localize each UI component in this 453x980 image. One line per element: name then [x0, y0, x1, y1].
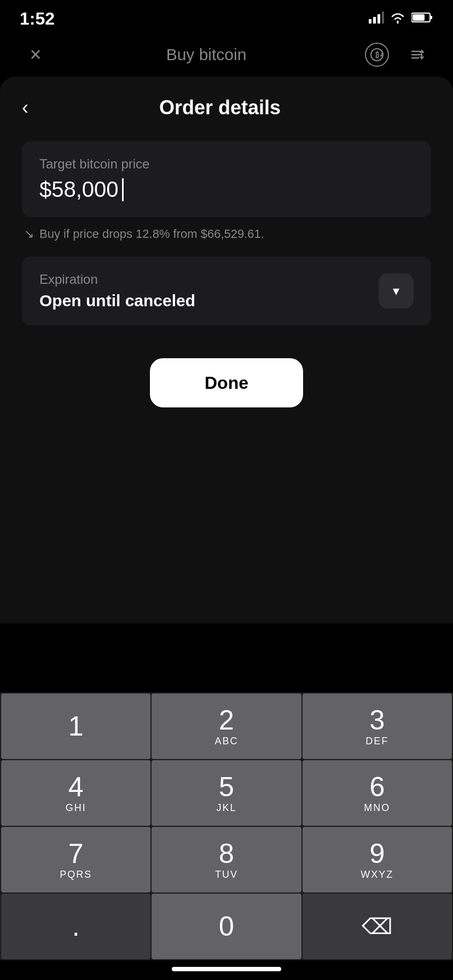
filter-icon[interactable] [404, 41, 431, 68]
nav-bar: × Buy bitcoin ₿ [0, 33, 453, 77]
key-2[interactable]: 2 ABC [152, 693, 301, 759]
status-bar: 1:52 [0, 0, 453, 33]
nav-right-icons: ₿ [363, 41, 431, 68]
key-1[interactable]: 1 [1, 693, 150, 759]
delete-icon: ⌫ [362, 914, 393, 939]
key-7[interactable]: 7 PQRS [1, 827, 150, 892]
home-bar [172, 967, 281, 971]
status-icons [369, 11, 433, 26]
expiration-value: Open until canceled [39, 291, 195, 310]
target-price-card: Target bitcoin price $58,000 [22, 141, 431, 217]
key-delete[interactable]: ⌫ [303, 894, 452, 959]
main-content: ‹ Order details Target bitcoin price $58… [0, 77, 453, 623]
svg-rect-1 [373, 17, 376, 24]
svg-rect-3 [382, 11, 384, 24]
svg-rect-2 [378, 14, 380, 24]
back-button[interactable]: ‹ [22, 98, 28, 118]
svg-rect-6 [413, 14, 425, 21]
expiration-label: Expiration [39, 272, 195, 287]
hint-text: ↘ Buy if price drops 12.8% from $66,529.… [22, 227, 431, 241]
svg-text:₿: ₿ [375, 50, 379, 59]
key-decimal[interactable]: . [1, 894, 150, 959]
done-area: Done [22, 325, 431, 429]
key-4[interactable]: 4 GHI [1, 760, 150, 826]
key-3[interactable]: 3 DEF [303, 693, 452, 759]
bitcoin-circle-icon[interactable]: ₿ [363, 41, 391, 68]
drop-arrow-icon: ↘ [24, 227, 34, 241]
text-cursor [122, 178, 124, 201]
done-button[interactable]: Done [150, 358, 303, 407]
expiration-card: Expiration Open until canceled ▾ [22, 256, 431, 325]
section-header: ‹ Order details [22, 96, 431, 119]
close-button[interactable]: × [22, 43, 49, 66]
target-price-label: Target bitcoin price [39, 156, 414, 172]
keyboard-grid: 1 2 ABC 3 DEF 4 GHI 5 JKL 6 MNO 7 PQRS 8 [0, 692, 453, 892]
key-5[interactable]: 5 JKL [152, 760, 301, 826]
section-title: Order details [39, 96, 400, 119]
svg-rect-5 [430, 16, 432, 19]
keyboard: 1 2 ABC 3 DEF 4 GHI 5 JKL 6 MNO 7 PQRS 8 [0, 692, 453, 980]
key-0[interactable]: 0 [152, 894, 301, 959]
status-time: 1:52 [20, 9, 55, 29]
expiration-info: Expiration Open until canceled [39, 272, 195, 310]
signal-icon [369, 11, 384, 26]
expiration-dropdown-button[interactable]: ▾ [379, 273, 414, 308]
nav-title: Buy bitcoin [166, 45, 247, 64]
battery-icon [411, 11, 433, 26]
target-price-value[interactable]: $58,000 [39, 177, 414, 202]
home-indicator [0, 960, 453, 980]
key-6[interactable]: 6 MNO [303, 760, 452, 826]
keyboard-bottom-row: . 0 ⌫ [0, 892, 453, 960]
key-8[interactable]: 8 TUV [152, 827, 301, 892]
chevron-down-icon: ▾ [393, 283, 399, 299]
wifi-icon [390, 11, 406, 26]
svg-rect-0 [369, 19, 371, 24]
key-9[interactable]: 9 WXYZ [303, 827, 452, 892]
